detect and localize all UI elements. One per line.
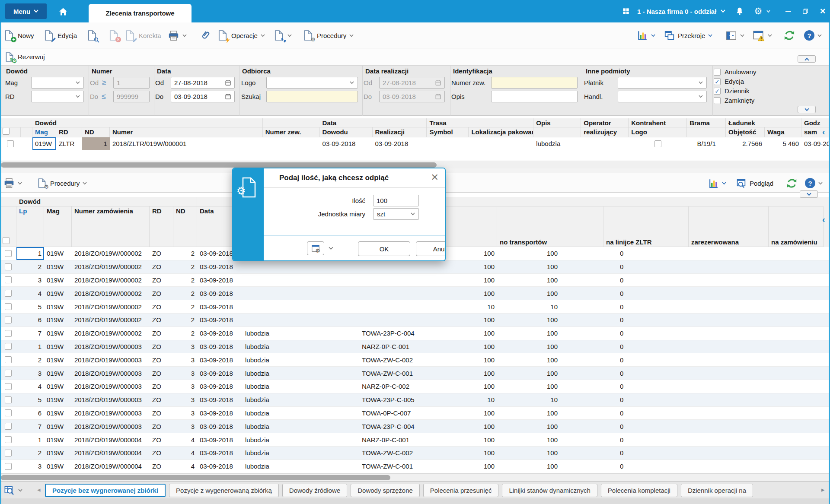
row-checkbox[interactable]: [5, 463, 12, 470]
unit-select[interactable]: szt: [373, 208, 419, 220]
chevron-down-icon[interactable]: [721, 10, 725, 13]
home-button[interactable]: [55, 5, 71, 18]
column-header-operator[interactable]: realizujący: [581, 127, 629, 137]
column-header[interactable]: [21, 127, 32, 137]
delete-document-button[interactable]: ×: [108, 22, 119, 48]
table-row[interactable]: 5019W2018/ZO/019W/000003ZO303-09-2018lub…: [0, 393, 830, 407]
gear-icon[interactable]: ⚙: [754, 6, 762, 16]
data-od-input[interactable]: 27-08-2018: [171, 77, 235, 89]
logo-select[interactable]: [266, 77, 358, 89]
calendar-icon[interactable]: [225, 93, 231, 100]
row-checkbox[interactable]: [5, 276, 12, 283]
bottom-tab-4[interactable]: Dowody sprzężone: [351, 484, 420, 497]
menu-button[interactable]: Menu: [5, 3, 47, 19]
row-checkbox-cell[interactable]: [0, 420, 16, 433]
handl-select[interactable]: [618, 91, 707, 102]
tabs-scroll-right-icon[interactable]: ▸: [821, 486, 825, 494]
bottom-tab-7[interactable]: Polecenia kompletacji: [601, 484, 677, 497]
tabs-scroll-left-icon[interactable]: ◂: [37, 486, 41, 494]
column-header[interactable]: [0, 127, 21, 137]
bottom-tab-5[interactable]: Polecenia przesunięć: [423, 484, 499, 497]
table-row[interactable]: 3019W2018/ZO/019W/000004ZO403-09-2018lub…: [0, 460, 830, 473]
close-button[interactable]: ×: [816, 5, 829, 18]
restore-button[interactable]: [799, 5, 812, 18]
column-header-rd[interactable]: RD: [56, 127, 82, 137]
column-header-numer[interactable]: Numer: [110, 127, 263, 137]
refresh-button[interactable]: [783, 22, 795, 48]
table-row[interactable]: 7019W2018/ZO/019W/000003ZO303-09-2018lub…: [0, 420, 830, 433]
row-checkbox-cell[interactable]: [0, 380, 16, 393]
row-checkbox-cell[interactable]: [0, 340, 16, 353]
settings-warning-button[interactable]: [752, 22, 772, 48]
numer-zew-input[interactable]: [491, 77, 578, 89]
row-checkbox[interactable]: [5, 356, 12, 363]
table-row[interactable]: 2019W2018/ZO/019W/000003ZO303-09-2018lub…: [0, 353, 830, 367]
refresh-button-lower[interactable]: [786, 173, 798, 193]
column-header-lp[interactable]: Lp: [16, 206, 44, 247]
column-header-obj-to-[interactable]: Objętość: [726, 127, 765, 137]
table-row[interactable]: 6019W2018/ZO/019W/000003ZO303-09-2018lub…: [0, 407, 830, 420]
row-checkbox[interactable]: [5, 250, 12, 257]
column-header-godz[interactable]: sam: [801, 127, 830, 137]
table-row[interactable]: 2019W2018/ZO/019W/000004ZO403-09-2018lub…: [0, 447, 830, 460]
flag-checkbox[interactable]: [714, 69, 721, 76]
platnik-select[interactable]: [618, 77, 707, 89]
procedures-button-lower[interactable]: ⚙ Procedury: [37, 173, 87, 193]
table-row[interactable]: 019WZLTR12018/ZLTR/019W/00000103-09-2018…: [0, 137, 830, 150]
row-checkbox[interactable]: [654, 140, 661, 147]
bottom-tab-6[interactable]: Linijki stanów dynamicznych: [502, 484, 597, 497]
numer-od-input[interactable]: 1: [113, 77, 150, 89]
row-checkbox[interactable]: [5, 436, 12, 443]
row-checkbox[interactable]: [5, 330, 12, 337]
bell-icon[interactable]: [735, 6, 744, 16]
table-row[interactable]: 1019W2018/ZO/019W/000004ZO403-09-2018lub…: [0, 433, 830, 447]
table-row[interactable]: 2019W2018/ZO/019W/000002ZO203-09-2018100…: [0, 260, 830, 274]
row-checkbox[interactable]: [5, 383, 12, 390]
column-header-numer-zam-wienia[interactable]: Numer zamówienia: [72, 206, 150, 247]
minimize-button[interactable]: [782, 5, 795, 18]
company-selector[interactable]: 1 - Nasza firma 0 - oddział: [637, 8, 716, 15]
opis-input[interactable]: [491, 91, 578, 102]
table-row[interactable]: 3019W2018/ZO/019W/000003ZO303-09-2018lub…: [0, 367, 830, 380]
scroll-thumb[interactable]: [1, 162, 437, 168]
bottom-tab-8[interactable]: Dziennik operacji na: [681, 484, 753, 497]
side-panel-button[interactable]: [725, 22, 744, 48]
quantity-input[interactable]: 100: [373, 195, 419, 206]
bottom-tab-3[interactable]: Dowody źródłowe: [282, 484, 347, 497]
dialog-settings-button[interactable]: ⚙: [307, 241, 324, 255]
row-checkbox-cell[interactable]: [0, 407, 16, 420]
row-checkbox[interactable]: [5, 396, 12, 403]
row-checkbox[interactable]: [5, 303, 12, 310]
column-header[interactable]: [438, 206, 497, 247]
rezerwuj-button[interactable]: ⚙⚙ Rezerwuj: [4, 48, 45, 66]
scroll-thumb[interactable]: [1, 475, 390, 480]
column-header-no-transport-w[interactable]: no transportów: [497, 206, 603, 247]
column-header-symbol[interactable]: Symbol: [427, 127, 469, 137]
print-button[interactable]: [168, 22, 187, 48]
select-all-checkbox[interactable]: [3, 237, 10, 244]
trace-button[interactable]: [273, 22, 292, 48]
row-checkbox[interactable]: [5, 423, 12, 430]
rd-select[interactable]: [31, 91, 84, 102]
bottom-tab-1[interactable]: Pozycje bez wygnerowanej zbiórki: [45, 484, 166, 497]
data-realizacji-do-input[interactable]: 03-09-2018: [379, 91, 445, 102]
tab-zlecenia-transportowe[interactable]: Zlecenia transportowe: [89, 4, 192, 22]
scroll-columns-left-icon[interactable]: ‹: [822, 215, 825, 224]
table-row[interactable]: 3019W2018/ZO/019W/000002ZO203-09-2018100…: [0, 274, 830, 287]
column-header-dowodu[interactable]: Dowodu: [320, 127, 373, 137]
collapse-lower-button[interactable]: [800, 190, 818, 198]
ok-button[interactable]: OK: [358, 241, 410, 256]
flag-checkbox[interactable]: ✓: [714, 78, 721, 85]
edit-button[interactable]: Edycja: [43, 22, 77, 48]
table-row[interactable]: 4019W2018/ZO/019W/000002ZO203-09-2018100…: [0, 287, 830, 300]
row-checkbox[interactable]: [5, 370, 12, 377]
apps-grid-icon[interactable]: [622, 7, 630, 16]
row-checkbox-cell[interactable]: [0, 433, 16, 446]
cancel-button[interactable]: Anuluj: [416, 241, 446, 256]
column-header-opis[interactable]: [533, 127, 581, 137]
table-row[interactable]: 5019W2018/ZO/019W/000002ZO203-09-2018101…: [0, 300, 830, 314]
row-checkbox-cell[interactable]: [0, 247, 16, 260]
chevron-down-icon[interactable]: [329, 247, 333, 250]
view-selector-button[interactable]: [3, 482, 22, 499]
mag-select[interactable]: [31, 77, 84, 89]
